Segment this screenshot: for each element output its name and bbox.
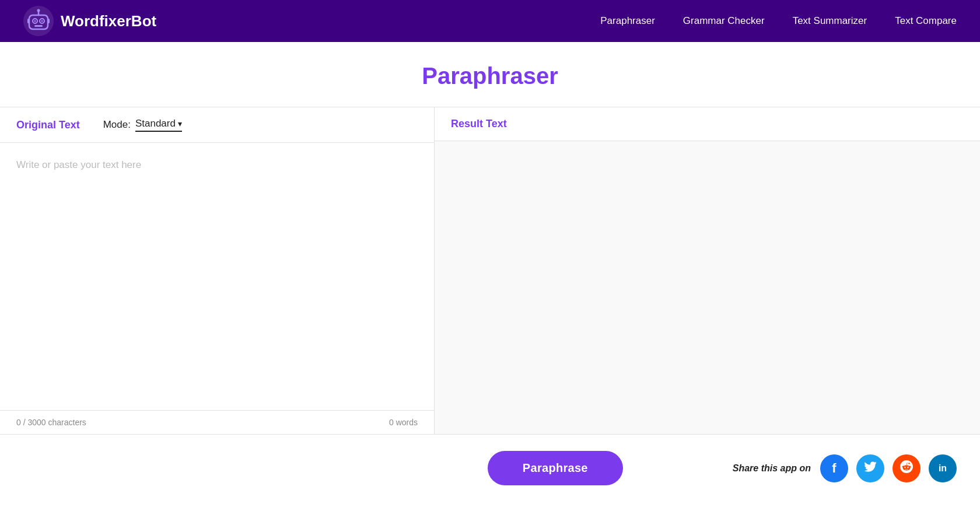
svg-rect-10 bbox=[48, 19, 50, 23]
facebook-icon: f bbox=[832, 461, 836, 476]
share-label: Share this app on bbox=[733, 463, 811, 474]
left-panel: Original Text Mode: Standard ▾ 0 / 3000 … bbox=[0, 107, 435, 434]
nav-grammar-checker[interactable]: Grammar Checker bbox=[683, 15, 765, 27]
left-footer: 0 / 3000 characters 0 words bbox=[0, 410, 434, 434]
reddit-share-button[interactable] bbox=[892, 454, 921, 482]
facebook-share-button[interactable]: f bbox=[820, 454, 848, 482]
twitter-icon bbox=[864, 461, 877, 475]
twitter-share-button[interactable] bbox=[856, 454, 884, 482]
share-area: Share this app on f in bbox=[733, 454, 957, 482]
nav-text-summarizer[interactable]: Text Summarizer bbox=[793, 15, 867, 27]
left-header: Original Text Mode: Standard ▾ bbox=[0, 107, 434, 143]
right-panel: Result Text bbox=[435, 107, 980, 434]
nav: Paraphraser Grammar Checker Text Summari… bbox=[600, 15, 957, 27]
mode-label: Mode: bbox=[103, 119, 131, 131]
original-text-input[interactable] bbox=[16, 157, 418, 396]
char-count: 0 / 3000 characters bbox=[16, 418, 86, 427]
social-icons: f in bbox=[820, 454, 957, 482]
logo-area: WordfixerBot bbox=[23, 6, 156, 36]
bottom-bar: Paraphrase Share this app on f bbox=[0, 434, 980, 502]
reddit-icon bbox=[900, 460, 913, 476]
text-input-area bbox=[0, 143, 434, 410]
svg-point-5 bbox=[41, 20, 43, 22]
svg-rect-8 bbox=[34, 25, 43, 27]
chevron-down-icon: ▾ bbox=[178, 119, 182, 128]
page-title-area: Paraphraser bbox=[0, 42, 980, 107]
logo-icon bbox=[23, 6, 54, 36]
page-title: Paraphraser bbox=[0, 63, 980, 89]
mode-dropdown-text: Standard bbox=[135, 118, 176, 130]
paraphrase-btn-wrapper: Paraphrase bbox=[378, 451, 733, 485]
logo-text: WordfixerBot bbox=[61, 12, 156, 30]
svg-rect-9 bbox=[27, 19, 29, 23]
word-count: 0 words bbox=[389, 418, 418, 427]
header: WordfixerBot Paraphraser Grammar Checker… bbox=[0, 0, 980, 42]
linkedin-share-button[interactable]: in bbox=[929, 454, 957, 482]
result-text-label: Result Text bbox=[451, 118, 507, 130]
original-text-label: Original Text bbox=[16, 119, 80, 131]
linkedin-icon: in bbox=[939, 463, 947, 474]
mode-area: Mode: Standard ▾ bbox=[103, 118, 182, 132]
svg-point-7 bbox=[37, 9, 40, 12]
paraphrase-button[interactable]: Paraphrase bbox=[488, 451, 623, 485]
result-area bbox=[435, 141, 980, 434]
nav-text-compare[interactable]: Text Compare bbox=[895, 15, 957, 27]
svg-point-4 bbox=[34, 20, 36, 22]
mode-dropdown-wrapper[interactable]: Standard ▾ bbox=[135, 118, 182, 132]
right-header: Result Text bbox=[435, 107, 980, 141]
main-area: Original Text Mode: Standard ▾ 0 / 3000 … bbox=[0, 107, 980, 434]
nav-paraphraser[interactable]: Paraphraser bbox=[600, 15, 655, 27]
